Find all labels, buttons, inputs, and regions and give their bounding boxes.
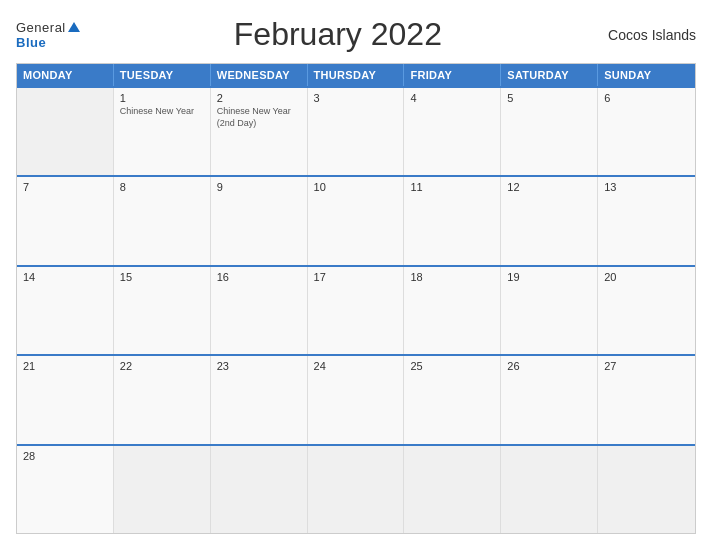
logo: General Blue <box>16 20 80 50</box>
calendar-header-cell: Sunday <box>598 64 695 86</box>
calendar-week: 78910111213 <box>17 175 695 264</box>
day-number: 22 <box>120 360 204 372</box>
region-label: Cocos Islands <box>596 27 696 43</box>
day-number: 8 <box>120 181 204 193</box>
day-number: 9 <box>217 181 301 193</box>
calendar-cell: 22 <box>114 356 211 443</box>
calendar-cell: 1Chinese New Year <box>114 88 211 175</box>
day-number: 28 <box>23 450 107 462</box>
calendar-week: 21222324252627 <box>17 354 695 443</box>
day-number: 1 <box>120 92 204 104</box>
day-number: 16 <box>217 271 301 283</box>
day-event: (2nd Day) <box>217 118 301 130</box>
header: General Blue February 2022 Cocos Islands <box>16 16 696 53</box>
calendar-cell <box>17 88 114 175</box>
calendar-cell: 8 <box>114 177 211 264</box>
calendar-cell: 15 <box>114 267 211 354</box>
calendar-week: 1Chinese New Year2Chinese New Year(2nd D… <box>17 86 695 175</box>
calendar-cell: 28 <box>17 446 114 533</box>
calendar-cell: 11 <box>404 177 501 264</box>
calendar-header-cell: Tuesday <box>114 64 211 86</box>
calendar-cell: 14 <box>17 267 114 354</box>
day-event: Chinese New Year <box>217 106 301 118</box>
day-number: 18 <box>410 271 494 283</box>
calendar-cell: 19 <box>501 267 598 354</box>
day-number: 17 <box>314 271 398 283</box>
day-number: 21 <box>23 360 107 372</box>
calendar-week: 28 <box>17 444 695 533</box>
calendar-cell: 2Chinese New Year(2nd Day) <box>211 88 308 175</box>
calendar-cell <box>404 446 501 533</box>
calendar-cell: 17 <box>308 267 405 354</box>
day-number: 5 <box>507 92 591 104</box>
day-number: 24 <box>314 360 398 372</box>
day-number: 7 <box>23 181 107 193</box>
calendar-header-cell: Friday <box>404 64 501 86</box>
day-number: 11 <box>410 181 494 193</box>
calendar-cell: 23 <box>211 356 308 443</box>
calendar-week: 14151617181920 <box>17 265 695 354</box>
calendar-cell: 21 <box>17 356 114 443</box>
calendar-cell <box>211 446 308 533</box>
day-number: 20 <box>604 271 689 283</box>
calendar-cell: 10 <box>308 177 405 264</box>
day-number: 25 <box>410 360 494 372</box>
calendar-header-cell: Monday <box>17 64 114 86</box>
day-event: Chinese New Year <box>120 106 204 118</box>
day-number: 13 <box>604 181 689 193</box>
calendar-cell <box>114 446 211 533</box>
month-title: February 2022 <box>80 16 596 53</box>
calendar-cell: 6 <box>598 88 695 175</box>
logo-general-text: General <box>16 20 66 35</box>
calendar-cell: 18 <box>404 267 501 354</box>
day-number: 14 <box>23 271 107 283</box>
day-number: 15 <box>120 271 204 283</box>
calendar-cell: 9 <box>211 177 308 264</box>
day-number: 27 <box>604 360 689 372</box>
calendar-header-cell: Wednesday <box>211 64 308 86</box>
day-number: 2 <box>217 92 301 104</box>
day-number: 26 <box>507 360 591 372</box>
day-number: 4 <box>410 92 494 104</box>
calendar-header: MondayTuesdayWednesdayThursdayFridaySatu… <box>17 64 695 86</box>
calendar-cell <box>598 446 695 533</box>
day-number: 19 <box>507 271 591 283</box>
calendar-cell: 27 <box>598 356 695 443</box>
calendar-cell <box>308 446 405 533</box>
calendar: MondayTuesdayWednesdayThursdayFridaySatu… <box>16 63 696 534</box>
calendar-cell: 5 <box>501 88 598 175</box>
logo-triangle-icon <box>68 22 80 32</box>
day-number: 3 <box>314 92 398 104</box>
calendar-cell: 4 <box>404 88 501 175</box>
page: General Blue February 2022 Cocos Islands… <box>0 0 712 550</box>
calendar-cell: 25 <box>404 356 501 443</box>
calendar-cell: 3 <box>308 88 405 175</box>
calendar-header-cell: Thursday <box>308 64 405 86</box>
day-number: 23 <box>217 360 301 372</box>
calendar-cell: 26 <box>501 356 598 443</box>
calendar-cell: 20 <box>598 267 695 354</box>
day-number: 6 <box>604 92 689 104</box>
logo-blue-text: Blue <box>16 35 46 50</box>
calendar-cell <box>501 446 598 533</box>
calendar-header-cell: Saturday <box>501 64 598 86</box>
calendar-cell: 7 <box>17 177 114 264</box>
day-number: 12 <box>507 181 591 193</box>
calendar-cell: 24 <box>308 356 405 443</box>
day-number: 10 <box>314 181 398 193</box>
calendar-body: 1Chinese New Year2Chinese New Year(2nd D… <box>17 86 695 533</box>
calendar-cell: 16 <box>211 267 308 354</box>
calendar-cell: 13 <box>598 177 695 264</box>
calendar-cell: 12 <box>501 177 598 264</box>
